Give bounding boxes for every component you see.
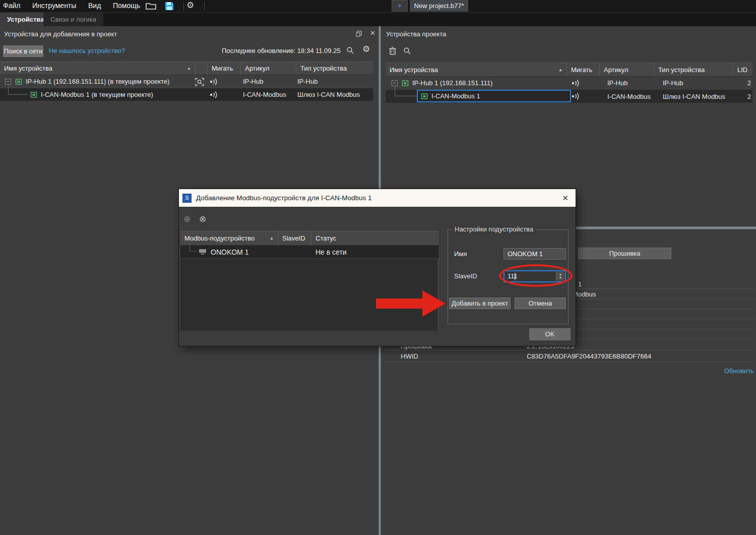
dialog-titlebar[interactable]: S Добавление Modbus-подустройств для I-C…	[179, 189, 576, 207]
close-panel-icon[interactable]: ✕	[370, 29, 375, 37]
dialog-table-header: Modbus-подустройство▲ SlaveID Статус	[180, 231, 438, 246]
menu-bar: Файл Инструменты Вид Помощь ⚙ + New proj…	[0, 0, 756, 12]
locate-device-icon[interactable]	[195, 78, 204, 86]
sort-asc-icon: ▲	[187, 66, 191, 71]
device-name: IP-Hub 1 (192.168.151.111)	[412, 79, 492, 87]
left-panel-title: Устройства для добавления в проект	[4, 30, 117, 38]
search-icon[interactable]	[403, 47, 411, 55]
device-icon	[30, 91, 37, 98]
ok-button[interactable]: OK	[529, 328, 571, 340]
device-icon	[421, 93, 428, 100]
col-name[interactable]: Имя устройства▲	[0, 62, 196, 75]
subdevice-icon	[199, 249, 207, 255]
sort-asc-icon: ▲	[270, 236, 274, 241]
cancel-button[interactable]: Отмена	[515, 298, 566, 309]
main-tab-bar: Устройства Связи и логика	[0, 12, 756, 26]
blink-icon[interactable]	[209, 91, 219, 98]
selected-name-cell[interactable]: I-CAN-Modbus 1	[417, 90, 571, 102]
left-table-header: Имя устройства▲ Мигать Артикул Тип устро…	[0, 62, 373, 75]
tab-links-logic[interactable]: Связи и логика	[43, 13, 103, 27]
dialog-app-icon: S	[182, 194, 192, 203]
table-row-selected[interactable]: I-CAN-Modbus 1 I-CAN-Modbus Шлюз I-CAN M…	[386, 90, 752, 103]
col-lid[interactable]: LID	[733, 63, 752, 76]
blink-icon[interactable]	[571, 80, 581, 87]
detail-row-hwid: HWID C83D76A5DFA9F20443793E6B80DF7664	[386, 350, 754, 362]
col-article[interactable]: Артикул	[600, 63, 654, 76]
menu-tools[interactable]: Инструменты	[27, 0, 81, 11]
table-row[interactable]: − IP-Hub 1 (192.168.151.111) (в текущем …	[0, 75, 373, 88]
add-project-tab-button[interactable]: +	[392, 0, 408, 12]
sort-asc-icon: ▲	[558, 68, 562, 72]
open-folder-icon[interactable]	[146, 2, 157, 10]
table-row[interactable]: − IP-Hub 1 (192.168.151.111) IP-Hub IP-H…	[386, 77, 752, 90]
device-name: IP-Hub 1 (192.168.151.111) (в текущем пр…	[26, 78, 169, 85]
hwid-value: C83D76A5DFA9F20443793E6B80DF7664	[527, 352, 651, 360]
device-not-found-link[interactable]: Не нашлось устройство?	[49, 47, 125, 54]
device-article: IP-Hub	[243, 78, 263, 85]
col-article[interactable]: Артикул	[241, 62, 296, 75]
device-article: I-CAN-Modbus	[607, 93, 651, 100]
device-type: Шлюз I-CAN Modbus	[297, 91, 360, 98]
dialog-table-row[interactable]: ONOKOM 1 Не в сети	[180, 246, 438, 259]
red-ellipse-annotation	[499, 264, 573, 287]
col-name[interactable]: Имя устройства▲	[386, 63, 567, 76]
name-field[interactable]: ONOKOM 1	[503, 248, 566, 260]
tree-branch-line	[8, 85, 28, 95]
last-update-label: Последнее обновление: 18:34 11.09.25	[222, 47, 341, 54]
col-locate[interactable]	[196, 62, 208, 75]
blink-icon[interactable]	[571, 93, 581, 100]
device-type: IP-Hub	[663, 79, 683, 87]
tree-branch-line	[190, 243, 197, 252]
save-icon[interactable]	[165, 2, 174, 11]
device-name: I-CAN-Modbus 1 (в текущем проекте)	[41, 91, 153, 98]
blink-icon[interactable]	[209, 78, 219, 85]
refresh-link[interactable]: Обновить	[724, 367, 754, 375]
col-type[interactable]: Тип устройства	[654, 63, 733, 76]
firmware-button[interactable]: Прошивка	[578, 248, 671, 259]
dialog-close-icon[interactable]: ✕	[562, 194, 569, 203]
settings-gear-icon[interactable]: ⚙	[186, 2, 194, 10]
hwid-label: HWID	[401, 352, 418, 360]
menu-help[interactable]: Помощь	[108, 0, 145, 11]
device-type: IP-Hub	[297, 78, 318, 85]
name-label: Имя	[454, 250, 467, 258]
menu-separator	[183, 2, 184, 11]
subdevice-name: ONOKOM 1	[211, 248, 248, 256]
add-subdevice-icon[interactable]: ⊕	[183, 215, 191, 223]
device-article: IP-Hub	[607, 79, 627, 87]
device-name: I-CAN-Modbus 1	[431, 92, 480, 100]
dialog-title: Добавление Modbus-подустройств для I-CAN…	[196, 194, 371, 202]
settings-legend: Настройки подустройства	[452, 225, 536, 233]
col-blink[interactable]: Мигать	[567, 63, 600, 76]
red-arrow-annotation	[373, 287, 449, 320]
device-article: I-CAN-Modbus	[243, 91, 286, 98]
device-icon	[15, 78, 22, 85]
col-blink[interactable]: Мигать	[208, 62, 241, 75]
detail-fragment: 1	[578, 280, 582, 288]
menu-separator	[204, 2, 205, 11]
collapse-icon[interactable]: −	[392, 80, 398, 86]
right-panel-title: Устройства проекта	[386, 30, 446, 38]
device-icon	[402, 80, 409, 87]
device-type: Шлюз I-CAN Modbus	[663, 93, 725, 100]
remove-subdevice-icon[interactable]: ⊗	[199, 215, 206, 223]
col-status[interactable]: Статус	[311, 231, 438, 245]
collapse-icon[interactable]: −	[5, 79, 11, 85]
search-network-button[interactable]: Поиск в сети	[3, 45, 43, 57]
menu-file[interactable]: Файл	[0, 0, 25, 11]
col-type[interactable]: Тип устройства	[296, 62, 373, 75]
trash-icon[interactable]	[389, 47, 396, 55]
right-table-header: Имя устройства▲ Мигать Артикул Тип устро…	[386, 63, 752, 77]
tree-branch-line	[395, 87, 417, 96]
search-icon[interactable]	[346, 46, 354, 54]
menu-view[interactable]: Вид	[83, 0, 106, 11]
float-panel-icon[interactable]	[356, 31, 362, 37]
table-row[interactable]: I-CAN-Modbus 1 (в текущем проекте) I-CAN…	[0, 88, 373, 101]
add-to-project-button[interactable]: Добавить в проект	[449, 298, 511, 309]
project-tab[interactable]: New project.b77*	[410, 0, 468, 12]
device-lid: 2	[747, 79, 751, 87]
application-window: Файл Инструменты Вид Помощь ⚙ + New proj…	[0, 0, 756, 535]
panel-gear-icon[interactable]: ⚙	[362, 45, 370, 53]
col-slaveid[interactable]: SlaveID	[278, 231, 311, 245]
slaveid-label: SlaveID	[454, 272, 477, 280]
